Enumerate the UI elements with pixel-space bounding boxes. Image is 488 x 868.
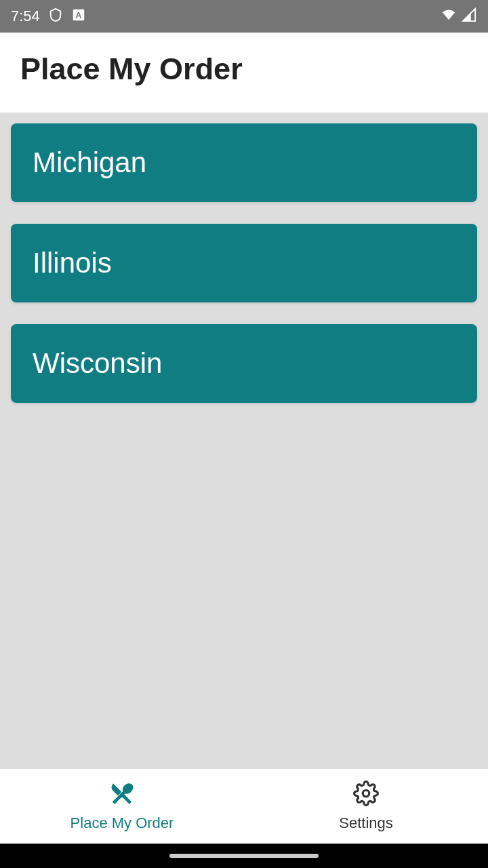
bottom-nav: Place My Order Settings [0,769,488,844]
content-area: Michigan Illinois Wisconsin [0,113,488,769]
svg-text:A: A [75,10,81,20]
nav-item-order[interactable]: Place My Order [0,769,244,844]
status-right [439,7,477,25]
status-left: 7:54 A [11,6,86,26]
nav-item-settings[interactable]: Settings [244,769,488,844]
state-button-illinois[interactable]: Illinois [11,224,477,302]
state-button-michigan[interactable]: Michigan [11,123,477,202]
nav-label-order: Place My Order [70,814,174,832]
gesture-handle[interactable] [169,854,319,858]
wifi-icon [439,7,458,25]
cellular-icon [461,7,477,25]
gesture-bar [0,844,488,868]
nav-label-settings: Settings [339,814,393,832]
svg-point-2 [363,790,369,797]
app-letter-icon: A [71,7,86,25]
gear-icon [353,781,379,809]
state-button-wisconsin[interactable]: Wisconsin [11,324,477,403]
page-title: Place My Order [20,52,468,87]
utensils-icon [109,781,135,809]
status-bar: 7:54 A [0,0,488,33]
status-time: 7:54 [11,7,40,25]
app-header: Place My Order [0,33,488,113]
shield-icon [48,6,63,26]
